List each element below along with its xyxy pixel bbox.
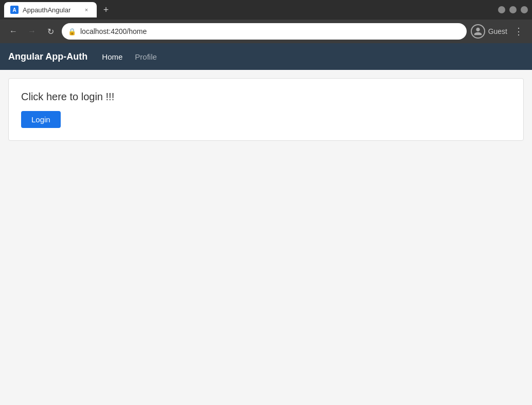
secure-icon: 🔒 <box>68 28 76 35</box>
back-button[interactable]: ← <box>6 24 21 39</box>
tab-bar: A AppauthAngular × + <box>4 2 494 17</box>
browser-menu-button[interactable]: ⋮ <box>511 24 526 39</box>
reload-button[interactable]: ↻ <box>43 24 58 39</box>
app-navbar: Angular App-Auth Home Profile <box>0 43 532 70</box>
login-button[interactable]: Login <box>21 111 61 128</box>
main-content: Click here to login !!! Login <box>0 70 532 405</box>
minimize-button[interactable] <box>498 6 505 13</box>
account-icon <box>471 24 485 39</box>
maximize-button[interactable] <box>509 6 517 13</box>
url-bar[interactable]: 🔒 localhost:4200/home <box>62 23 467 40</box>
browser-window: A AppauthAngular × + ← → ↻ <box>0 0 532 405</box>
url-text: localhost:4200/home <box>80 27 460 35</box>
forward-button[interactable]: → <box>25 24 39 39</box>
close-button[interactable] <box>521 6 528 13</box>
guest-label: Guest <box>488 27 507 35</box>
login-prompt: Click here to login !!! <box>21 91 511 103</box>
content-card: Click here to login !!! Login <box>8 78 524 141</box>
active-tab[interactable]: A AppauthAngular × <box>4 2 97 17</box>
window-controls <box>498 6 528 13</box>
title-bar: A AppauthAngular × + <box>0 0 532 20</box>
nav-links: Home Profile <box>100 50 159 63</box>
new-tab-button[interactable]: + <box>99 3 113 17</box>
tab-favicon: A <box>10 6 19 14</box>
tab-close-button[interactable]: × <box>82 6 91 14</box>
tab-title: AppauthAngular <box>23 6 70 14</box>
address-bar: ← → ↻ 🔒 localhost:4200/home Guest ⋮ <box>0 20 532 43</box>
app-brand: Angular App-Auth <box>8 51 87 62</box>
account-area[interactable]: Guest <box>471 24 507 39</box>
nav-link-home[interactable]: Home <box>100 50 125 63</box>
nav-link-profile[interactable]: Profile <box>133 50 159 63</box>
